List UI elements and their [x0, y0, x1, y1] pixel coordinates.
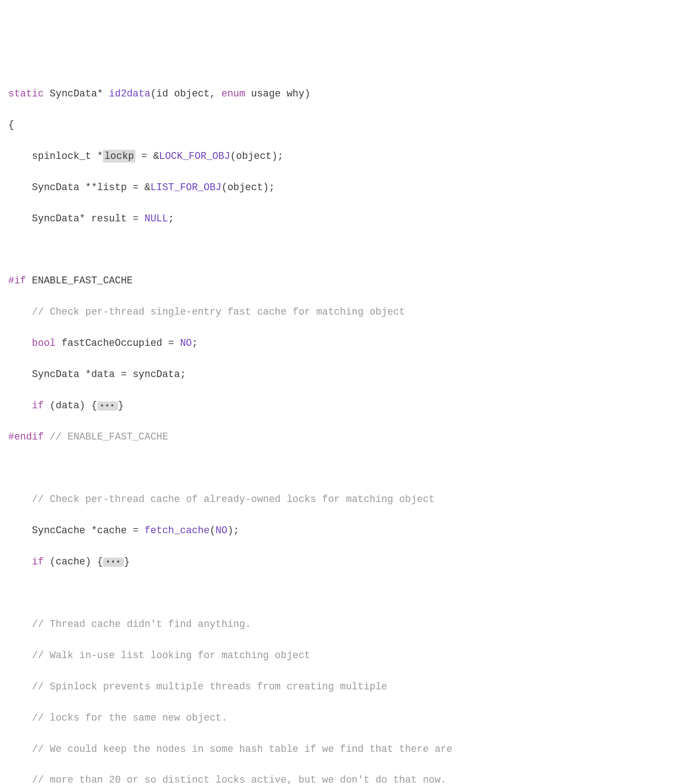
code-line: if (data) {•••}	[8, 398, 686, 414]
code-text: (cache) {	[44, 556, 103, 567]
code-text: );	[227, 525, 239, 536]
type-name: SyncData*	[50, 88, 103, 99]
code-text	[8, 400, 32, 411]
code-line: #endif // ENABLE_FAST_CACHE	[8, 429, 686, 445]
constant-no: NO	[216, 525, 228, 536]
blank-line	[8, 586, 686, 601]
comment-line: // Check per-thread cache of already-own…	[8, 492, 686, 508]
keyword-static: static	[8, 88, 44, 99]
macro-call: LIST_FOR_OBJ	[151, 182, 222, 193]
code-text: (data) {	[44, 400, 97, 411]
keyword-if: if	[32, 400, 44, 411]
code-text: = &	[135, 151, 159, 162]
selected-identifier[interactable]: lockp	[103, 150, 135, 163]
comment-line: // We could keep the nodes in some hash …	[8, 742, 686, 757]
code-block: static SyncData* id2data(id object, enum…	[8, 71, 686, 784]
code-text: fastCacheOccupied =	[56, 338, 180, 349]
code-text: ;	[192, 338, 198, 349]
code-text: }	[118, 400, 124, 411]
code-line: SyncCache *cache = fetch_cache(NO);	[8, 523, 686, 539]
preprocessor-if: #if	[8, 275, 26, 286]
code-line: spinlock_t *lockp = &LOCK_FOR_OBJ(object…	[8, 149, 686, 164]
code-text: SyncData* result =	[8, 213, 145, 224]
comment-line: // Check per-thread single-entry fast ca…	[8, 305, 686, 320]
code-line: #if ENABLE_FAST_CACHE	[8, 273, 686, 289]
keyword-if: if	[32, 556, 44, 567]
function-name: id2data	[109, 88, 150, 99]
constant-no: NO	[180, 338, 192, 349]
fold-marker-icon[interactable]: •••	[97, 401, 118, 411]
code-text: (	[210, 525, 216, 536]
code-text: SyncData **listp = &	[8, 182, 151, 193]
macro-call: LOCK_FOR_OBJ	[159, 151, 230, 162]
blank-line	[8, 243, 686, 258]
code-text	[8, 556, 32, 567]
code-text: }	[124, 556, 130, 567]
code-line: if (cache) {•••}	[8, 554, 686, 570]
code-text: spinlock_t *	[8, 151, 103, 162]
code-text: (object);	[230, 151, 283, 162]
comment-inline: // ENABLE_FAST_CACHE	[44, 431, 168, 442]
code-line: bool fastCacheOccupied = NO;	[8, 336, 686, 351]
code-text: ;	[168, 213, 174, 224]
comment-line: // Spinlock prevents multiple threads fr…	[8, 679, 686, 695]
code-line: SyncData **listp = &LIST_FOR_OBJ(object)…	[8, 180, 686, 196]
code-text: SyncCache *cache =	[8, 525, 145, 536]
code-text	[8, 338, 32, 349]
comment-line: // Thread cache didn't find anything.	[8, 617, 686, 632]
code-text: (object);	[221, 182, 274, 193]
preprocessor-endif: #endif	[8, 431, 44, 442]
function-call: fetch_cache	[145, 525, 210, 536]
code-line: SyncData* result = NULL;	[8, 211, 686, 227]
keyword-bool: bool	[32, 338, 56, 349]
code-line: static SyncData* id2data(id object, enum…	[8, 86, 686, 102]
fold-marker-icon[interactable]: •••	[103, 558, 123, 567]
macro-name: ENABLE_FAST_CACHE	[26, 275, 133, 286]
comment-line: // locks for the same new object.	[8, 711, 686, 726]
blank-line	[8, 461, 686, 476]
param-list: (id object,	[151, 88, 222, 99]
param-tail: usage why)	[245, 88, 310, 99]
comment-line: // Walk in-use list looking for matching…	[8, 648, 686, 664]
keyword-enum: enum	[222, 88, 246, 99]
comment-line: // more than 20 or so distinct locks act…	[8, 773, 686, 784]
constant-null: NULL	[145, 213, 168, 224]
code-line: SyncData *data = syncData;	[8, 367, 686, 383]
code-line: {	[8, 118, 686, 133]
